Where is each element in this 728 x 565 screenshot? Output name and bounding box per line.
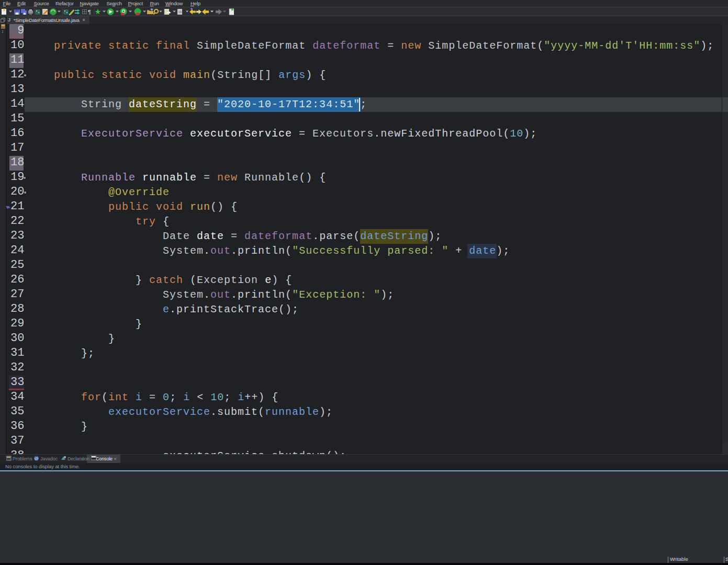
svg-text:@: @ bbox=[34, 456, 38, 461]
svg-text:¶: ¶ bbox=[88, 9, 91, 15]
